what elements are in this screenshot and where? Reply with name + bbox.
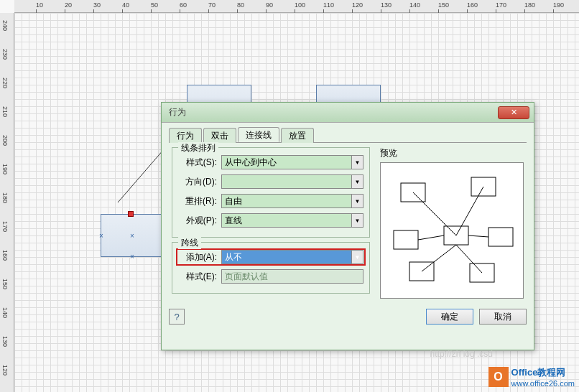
ruler-tick: 240 [1, 20, 9, 31]
watermark-text: Office教程网 www.office26.com [511, 366, 575, 388]
close-button[interactable]: ✕ [498, 106, 529, 119]
tab-doubleclick[interactable]: 双击 [203, 128, 236, 143]
watermark-url: www.office26.com [511, 379, 575, 388]
jump-group: 跨线 添加(A): 从不▼ 样式(E): 页面默认值 [172, 242, 370, 294]
chevron-down-icon: ▼ [351, 156, 363, 169]
chevron-down-icon: ▼ [351, 195, 363, 207]
ruler-tick: 40 [122, 1, 129, 9]
ruler-tick: 10 [36, 1, 43, 9]
ruler-tick: 170 [1, 221, 9, 232]
svg-line-11 [468, 235, 488, 237]
watermark: O Office教程网 www.office26.com [488, 366, 575, 388]
ghost-url: http://zh log .csd [430, 349, 493, 359]
ruler-tick: 190 [553, 1, 564, 9]
rerange-row: 重排(R): 自由▼ [178, 192, 363, 210]
direction-row: 方向(D): ▼ [178, 173, 363, 190]
jumpstyle-row: 样式(E): 页面默认值 [178, 268, 363, 285]
ruler-tick: 20 [65, 1, 72, 9]
help-button[interactable]: ? [169, 309, 185, 325]
ruler-tick: 100 [295, 1, 305, 9]
ruler-tick: 90 [266, 1, 273, 9]
style-label: 样式(S): [178, 157, 221, 169]
add-combo[interactable]: 从不▼ [221, 250, 363, 264]
preview-box [380, 162, 524, 299]
ruler-tick: 150 [1, 279, 9, 289]
svg-line-10 [418, 235, 444, 240]
group-title: 跨线 [178, 237, 201, 249]
combo-value: 自由 [225, 195, 242, 207]
ruler-tick: 60 [180, 1, 187, 9]
preview-title: 预览 [380, 147, 524, 159]
tab-content: 线条排列 样式(S): 从中心到中心▼ 方向(D): ▼ 重排(R): 自由▼ [169, 143, 527, 303]
tab-strip: 行为 双击 连接线 放置 [169, 127, 527, 143]
rerange-label: 重排(R): [178, 195, 221, 207]
ruler-tick: 230 [1, 49, 9, 60]
help-icon: ? [174, 312, 179, 322]
style-combo[interactable]: 从中心到中心▼ [221, 155, 363, 169]
add-label: 添加(A): [178, 251, 221, 263]
ruler-tick: 120 [1, 365, 9, 375]
svg-line-9 [456, 187, 483, 235]
chevron-down-icon: ▼ [351, 251, 363, 263]
svg-rect-5 [488, 228, 513, 246]
tab-behavior[interactable]: 行为 [169, 128, 202, 143]
ruler-tick: 220 [1, 78, 9, 88]
combo-value: 直线 [225, 215, 242, 227]
ruler-tick: 160 [1, 250, 9, 261]
watermark-brand1: Office [511, 367, 538, 378]
ruler-tick: 30 [93, 1, 101, 9]
cancel-button[interactable]: 取消 [479, 309, 527, 325]
jumpstyle-label: 样式(E): [178, 271, 221, 283]
connection-point-icon: × [130, 232, 134, 240]
ruler-tick: 140 [409, 1, 420, 9]
ruler-tick: 200 [1, 135, 9, 146]
ruler-tick: 170 [496, 1, 506, 9]
preview-column: 预览 [380, 147, 524, 299]
connection-point-icon: × [99, 232, 103, 240]
line-arrange-group: 线条排列 样式(S): 从中心到中心▼ 方向(D): ▼ 重排(R): 自由▼ [172, 147, 370, 238]
style-row: 样式(S): 从中心到中心▼ [178, 154, 363, 171]
close-icon: ✕ [511, 108, 517, 117]
tab-connector[interactable]: 连接线 [238, 127, 279, 142]
rerange-combo[interactable]: 自由▼ [221, 194, 363, 208]
group-title: 线条排列 [178, 142, 218, 154]
ruler-tick: 160 [467, 1, 478, 9]
appearance-row: 外观(P): 直线▼ [178, 212, 363, 229]
ruler-tick: 110 [323, 1, 334, 9]
ruler-tick: 130 [381, 1, 392, 9]
dialog-title: 行为 [166, 106, 498, 118]
direction-combo[interactable]: ▼ [221, 174, 363, 189]
behavior-dialog: 行为 ✕ 行为 双击 连接线 放置 线条排列 样式(S): 从中心到中心▼ 方向… [161, 102, 534, 350]
combo-value: 从中心到中心 [225, 157, 277, 169]
ruler-vertical: 240 230 220 210 200 190 180 170 160 150 … [0, 13, 14, 392]
dialog-footer: ? 确定 取消 [162, 306, 534, 330]
watermark-brand2: 教程网 [537, 367, 565, 378]
svg-line-13 [456, 245, 482, 273]
ruler-tick: 70 [208, 1, 216, 9]
ruler-horizontal: 10 20 30 40 50 60 70 80 90 100 110 120 1… [14, 0, 579, 13]
appearance-combo[interactable]: 直线▼ [221, 213, 363, 228]
svg-line-8 [413, 192, 456, 235]
add-row-highlighted: 添加(A): 从不▼ [176, 248, 366, 266]
glue-point-icon[interactable] [128, 211, 134, 217]
watermark-icon: O [488, 367, 509, 387]
ruler-tick: 150 [438, 1, 449, 9]
ruler-tick: 180 [1, 192, 9, 203]
ruler-tick: 140 [1, 307, 9, 318]
chevron-down-icon: ▼ [351, 175, 363, 188]
dialog-titlebar[interactable]: 行为 ✕ [162, 103, 534, 123]
tab-placement[interactable]: 放置 [281, 128, 314, 143]
combo-value: 页面默认值 [225, 271, 268, 283]
svg-rect-3 [394, 230, 418, 249]
connection-point-icon: × [130, 253, 134, 261]
jumpstyle-combo[interactable]: 页面默认值 [221, 269, 363, 284]
dialog-body: 行为 双击 连接线 放置 线条排列 样式(S): 从中心到中心▼ 方向(D): … [162, 123, 534, 306]
ruler-tick: 50 [151, 1, 158, 9]
ruler-tick: 120 [352, 1, 363, 9]
diagram-shape[interactable]: × × × × × [101, 214, 165, 257]
appearance-label: 外观(P): [178, 215, 221, 227]
settings-column: 线条排列 样式(S): 从中心到中心▼ 方向(D): ▼ 重排(R): 自由▼ [172, 147, 370, 299]
direction-label: 方向(D): [178, 176, 221, 188]
chevron-down-icon: ▼ [351, 214, 363, 227]
ok-button[interactable]: 确定 [426, 309, 473, 325]
